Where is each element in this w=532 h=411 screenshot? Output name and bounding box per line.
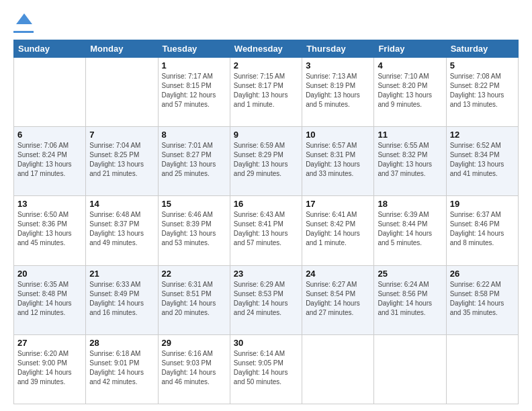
day-number: 18 bbox=[378, 199, 442, 209]
day-info: Sunrise: 6:48 AMSunset: 8:37 PMDaylight:… bbox=[89, 210, 154, 248]
day-info: Sunrise: 6:31 AMSunset: 8:51 PMDaylight:… bbox=[162, 280, 226, 318]
day-info: Sunrise: 6:37 AMSunset: 8:46 PMDaylight:… bbox=[450, 210, 515, 248]
logo-underline bbox=[13, 31, 34, 33]
calendar-cell: 27Sunrise: 6:20 AMSunset: 9:00 PMDayligh… bbox=[14, 334, 86, 404]
day-info: Sunrise: 6:59 AMSunset: 8:29 PMDaylight:… bbox=[234, 141, 298, 179]
calendar-week-row: 13Sunrise: 6:50 AMSunset: 8:36 PMDayligh… bbox=[14, 196, 519, 265]
calendar-cell: 11Sunrise: 6:55 AMSunset: 8:32 PMDayligh… bbox=[374, 127, 446, 196]
day-number: 19 bbox=[450, 199, 515, 209]
day-info: Sunrise: 7:01 AMSunset: 8:27 PMDaylight:… bbox=[162, 141, 226, 179]
calendar-cell: 30Sunrise: 6:14 AMSunset: 9:05 PMDayligh… bbox=[230, 334, 302, 404]
calendar-cell: 20Sunrise: 6:35 AMSunset: 8:48 PMDayligh… bbox=[14, 265, 86, 334]
calendar-cell: 19Sunrise: 6:37 AMSunset: 8:46 PMDayligh… bbox=[446, 196, 518, 265]
day-number: 7 bbox=[89, 130, 154, 140]
day-number: 26 bbox=[450, 269, 515, 279]
day-info: Sunrise: 6:16 AMSunset: 9:03 PMDaylight:… bbox=[162, 349, 226, 387]
calendar-cell: 24Sunrise: 6:27 AMSunset: 8:54 PMDayligh… bbox=[302, 265, 374, 334]
calendar-cell: 2Sunrise: 7:15 AMSunset: 8:17 PMDaylight… bbox=[230, 58, 302, 127]
calendar-cell: 25Sunrise: 6:24 AMSunset: 8:56 PMDayligh… bbox=[374, 265, 446, 334]
day-number: 20 bbox=[17, 269, 82, 279]
calendar-cell: 26Sunrise: 6:22 AMSunset: 8:58 PMDayligh… bbox=[446, 265, 518, 334]
calendar-cell: 23Sunrise: 6:29 AMSunset: 8:53 PMDayligh… bbox=[230, 265, 302, 334]
day-number: 25 bbox=[378, 269, 442, 279]
day-info: Sunrise: 6:50 AMSunset: 8:36 PMDaylight:… bbox=[17, 210, 82, 248]
day-info: Sunrise: 6:18 AMSunset: 9:01 PMDaylight:… bbox=[89, 349, 154, 387]
calendar-day-header: Sunday bbox=[14, 40, 86, 58]
calendar-cell: 10Sunrise: 6:57 AMSunset: 8:31 PMDayligh… bbox=[302, 127, 374, 196]
day-info: Sunrise: 7:17 AMSunset: 8:15 PMDaylight:… bbox=[162, 72, 226, 109]
calendar-cell: 21Sunrise: 6:33 AMSunset: 8:49 PMDayligh… bbox=[86, 265, 158, 334]
day-info: Sunrise: 7:13 AMSunset: 8:19 PMDaylight:… bbox=[306, 72, 370, 109]
logo-icon bbox=[15, 11, 34, 30]
day-info: Sunrise: 6:46 AMSunset: 8:39 PMDaylight:… bbox=[162, 210, 226, 248]
day-number: 28 bbox=[89, 338, 154, 348]
day-number: 29 bbox=[162, 338, 226, 348]
day-info: Sunrise: 6:33 AMSunset: 8:49 PMDaylight:… bbox=[89, 280, 154, 318]
calendar-cell: 29Sunrise: 6:16 AMSunset: 9:03 PMDayligh… bbox=[158, 334, 230, 404]
calendar-week-row: 1Sunrise: 7:17 AMSunset: 8:15 PMDaylight… bbox=[14, 58, 519, 127]
day-info: Sunrise: 6:41 AMSunset: 8:42 PMDaylight:… bbox=[306, 210, 370, 248]
calendar-cell bbox=[302, 334, 374, 404]
calendar-cell: 7Sunrise: 7:04 AMSunset: 8:25 PMDaylight… bbox=[86, 127, 158, 196]
day-number: 17 bbox=[306, 199, 370, 209]
day-number: 15 bbox=[162, 199, 226, 209]
day-info: Sunrise: 7:08 AMSunset: 8:22 PMDaylight:… bbox=[450, 72, 515, 109]
calendar-day-header: Monday bbox=[86, 40, 158, 58]
day-number: 8 bbox=[162, 130, 226, 140]
calendar-cell: 15Sunrise: 6:46 AMSunset: 8:39 PMDayligh… bbox=[158, 196, 230, 265]
day-info: Sunrise: 7:04 AMSunset: 8:25 PMDaylight:… bbox=[89, 141, 154, 179]
calendar-header-row: SundayMondayTuesdayWednesdayThursdayFrid… bbox=[14, 40, 519, 58]
day-number: 21 bbox=[89, 269, 154, 279]
day-number: 16 bbox=[234, 199, 298, 209]
calendar-cell bbox=[14, 58, 86, 127]
day-number: 2 bbox=[234, 60, 298, 71]
day-number: 12 bbox=[450, 130, 515, 140]
calendar-week-row: 27Sunrise: 6:20 AMSunset: 9:00 PMDayligh… bbox=[14, 334, 519, 404]
day-number: 23 bbox=[234, 269, 298, 279]
day-number: 11 bbox=[378, 130, 442, 140]
day-number: 14 bbox=[89, 199, 154, 209]
calendar-cell: 3Sunrise: 7:13 AMSunset: 8:19 PMDaylight… bbox=[302, 58, 374, 127]
day-number: 22 bbox=[162, 269, 226, 279]
day-info: Sunrise: 6:57 AMSunset: 8:31 PMDaylight:… bbox=[306, 141, 370, 179]
day-info: Sunrise: 6:24 AMSunset: 8:56 PMDaylight:… bbox=[378, 280, 442, 318]
day-info: Sunrise: 6:35 AMSunset: 8:48 PMDaylight:… bbox=[17, 280, 82, 318]
day-info: Sunrise: 6:27 AMSunset: 8:54 PMDaylight:… bbox=[306, 280, 370, 318]
calendar-table: SundayMondayTuesdayWednesdayThursdayFrid… bbox=[13, 40, 519, 404]
calendar-cell: 17Sunrise: 6:41 AMSunset: 8:42 PMDayligh… bbox=[302, 196, 374, 265]
calendar-cell bbox=[374, 334, 446, 404]
calendar-cell: 9Sunrise: 6:59 AMSunset: 8:29 PMDaylight… bbox=[230, 127, 302, 196]
day-info: Sunrise: 6:14 AMSunset: 9:05 PMDaylight:… bbox=[234, 349, 298, 387]
day-number: 10 bbox=[306, 130, 370, 140]
day-number: 4 bbox=[378, 60, 442, 71]
day-info: Sunrise: 6:52 AMSunset: 8:34 PMDaylight:… bbox=[450, 141, 515, 179]
calendar-cell: 28Sunrise: 6:18 AMSunset: 9:01 PMDayligh… bbox=[86, 334, 158, 404]
logo bbox=[13, 11, 34, 33]
calendar-cell bbox=[86, 58, 158, 127]
day-info: Sunrise: 7:06 AMSunset: 8:24 PMDaylight:… bbox=[17, 141, 82, 179]
calendar-cell: 5Sunrise: 7:08 AMSunset: 8:22 PMDaylight… bbox=[446, 58, 518, 127]
svg-marker-0 bbox=[16, 13, 32, 24]
day-info: Sunrise: 6:22 AMSunset: 8:58 PMDaylight:… bbox=[450, 280, 515, 318]
day-number: 13 bbox=[17, 199, 82, 209]
calendar-day-header: Thursday bbox=[302, 40, 374, 58]
calendar-day-header: Friday bbox=[374, 40, 446, 58]
calendar-cell bbox=[446, 334, 518, 404]
day-number: 30 bbox=[234, 338, 298, 348]
day-info: Sunrise: 6:55 AMSunset: 8:32 PMDaylight:… bbox=[378, 141, 442, 179]
calendar-day-header: Saturday bbox=[446, 40, 518, 58]
day-info: Sunrise: 6:43 AMSunset: 8:41 PMDaylight:… bbox=[234, 210, 298, 248]
day-number: 9 bbox=[234, 130, 298, 140]
calendar-week-row: 20Sunrise: 6:35 AMSunset: 8:48 PMDayligh… bbox=[14, 265, 519, 334]
calendar-cell: 13Sunrise: 6:50 AMSunset: 8:36 PMDayligh… bbox=[14, 196, 86, 265]
day-number: 24 bbox=[306, 269, 370, 279]
calendar-cell: 6Sunrise: 7:06 AMSunset: 8:24 PMDaylight… bbox=[14, 127, 86, 196]
day-info: Sunrise: 6:29 AMSunset: 8:53 PMDaylight:… bbox=[234, 280, 298, 318]
day-info: Sunrise: 7:15 AMSunset: 8:17 PMDaylight:… bbox=[234, 72, 298, 109]
page: SundayMondayTuesdayWednesdayThursdayFrid… bbox=[0, 0, 532, 411]
day-info: Sunrise: 6:39 AMSunset: 8:44 PMDaylight:… bbox=[378, 210, 442, 248]
calendar-week-row: 6Sunrise: 7:06 AMSunset: 8:24 PMDaylight… bbox=[14, 127, 519, 196]
calendar-day-header: Wednesday bbox=[230, 40, 302, 58]
calendar-cell: 4Sunrise: 7:10 AMSunset: 8:20 PMDaylight… bbox=[374, 58, 446, 127]
day-number: 6 bbox=[17, 130, 82, 140]
